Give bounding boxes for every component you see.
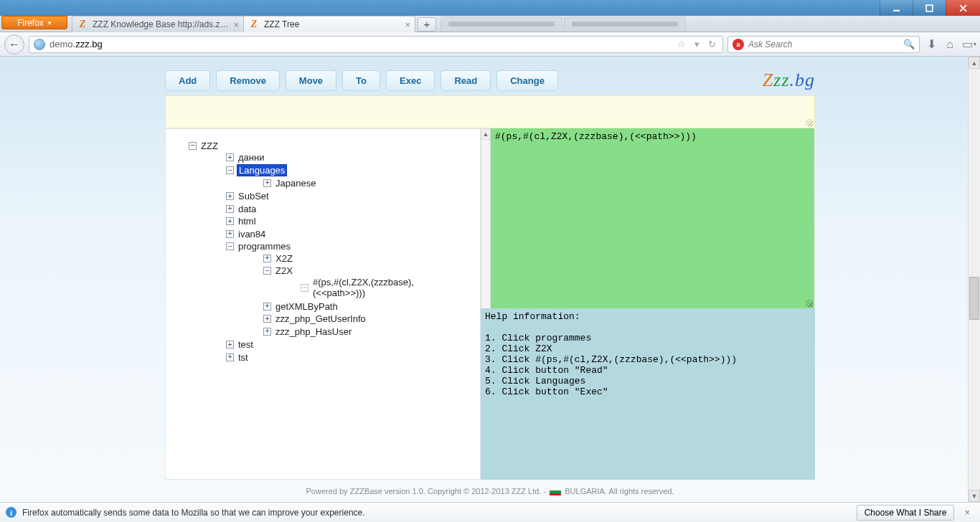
search-input[interactable]	[748, 39, 899, 49]
new-tab-button[interactable]: +	[418, 17, 436, 32]
bookmark-star-icon[interactable]: ☆	[675, 39, 688, 49]
tab-zzz-kb[interactable]: Z ZZZ Knowledge Base http://ads.zzz.b...…	[72, 16, 244, 32]
reload-icon[interactable]: ↻	[706, 39, 718, 49]
nav-back-button[interactable]: ←	[4, 34, 24, 54]
downloads-icon[interactable]: ⬇	[924, 37, 938, 51]
tab-label: ZZZ Knowledge Base http://ads.zzz.b...	[93, 19, 229, 29]
tab-close-icon[interactable]: ×	[233, 20, 239, 29]
search-bar[interactable]: a 🔍	[727, 36, 920, 53]
browser-tabstrip: Firefox Z ZZZ Knowledge Base http://ads.…	[0, 16, 980, 32]
url-text: demo.zzz.bg	[50, 39, 671, 49]
search-provider-icon[interactable]: a	[732, 39, 744, 50]
os-titlebar	[0, 0, 980, 16]
firefox-menu-button[interactable]: Firefox	[1, 16, 67, 29]
tab-label: ZZZ Tree	[264, 19, 400, 29]
svg-rect-1	[926, 5, 933, 11]
window-close-button[interactable]	[946, 0, 980, 16]
home-icon[interactable]: ⌂	[943, 38, 957, 51]
window-maximize-button[interactable]	[913, 0, 946, 16]
tab-zzz-tree[interactable]: Z ZZZ Tree ×	[243, 16, 415, 32]
browser-navbar: ← demo.zzz.bg ☆ ▾ ↻ a 🔍 ⬇ ⌂ ▭	[0, 32, 980, 57]
globe-icon	[34, 39, 45, 50]
favicon-z-icon: Z	[248, 19, 260, 30]
bookmarks-menu-icon[interactable]: ▭	[961, 37, 976, 51]
search-icon[interactable]: 🔍	[903, 39, 915, 49]
tab-close-icon[interactable]: ×	[405, 20, 410, 29]
window-minimize-button[interactable]	[880, 0, 913, 16]
svg-rect-0	[893, 9, 900, 11]
url-bar[interactable]: demo.zzz.bg ☆ ▾ ↻	[29, 36, 723, 53]
favicon-z-icon: Z	[77, 19, 88, 30]
background-window-tabs	[440, 16, 686, 32]
url-dropdown-icon[interactable]: ▾	[692, 39, 702, 49]
